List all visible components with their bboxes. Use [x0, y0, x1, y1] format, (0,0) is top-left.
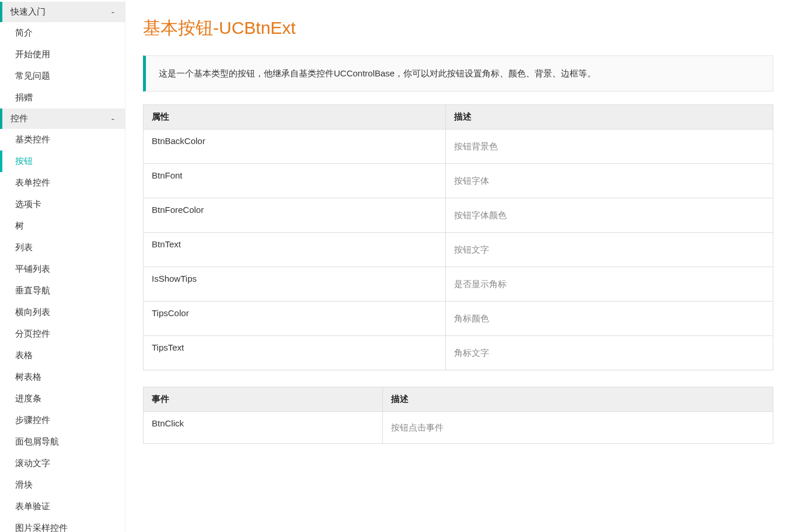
table-header-prop: 属性	[144, 105, 446, 130]
collapse-icon: -	[111, 114, 114, 124]
sidebar-item-button[interactable]: 按钮	[0, 150, 125, 172]
sidebar-item-imagesample[interactable]: 图片采样控件	[0, 517, 125, 532]
sidebar-group-label: 控件	[11, 113, 28, 124]
table-row: TipsText角标文字	[144, 336, 773, 370]
prop-name: TipsColor	[144, 302, 446, 336]
table-row: BtnText按钮文字	[144, 233, 773, 267]
events-table: 事件 描述 BtnClick按钮点击事件	[143, 387, 773, 444]
sidebar-item-steps[interactable]: 步骤控件	[0, 410, 125, 431]
event-desc: 按钮点击事件	[383, 412, 773, 444]
sidebar-item-vnav[interactable]: 垂直导航	[0, 280, 125, 302]
table-header-event: 事件	[144, 387, 383, 412]
prop-desc: 按钮文字	[445, 233, 773, 267]
sidebar-item-intro[interactable]: 简介	[0, 22, 125, 44]
sidebar-group-controls[interactable]: 控件 -	[0, 108, 125, 129]
sidebar-item-hlist[interactable]: 横向列表	[0, 302, 125, 323]
sidebar-item-faq[interactable]: 常见问题	[0, 65, 125, 87]
prop-name: BtnFont	[144, 164, 446, 198]
prop-name: IsShowTips	[144, 267, 446, 302]
prop-name: BtnForeColor	[144, 198, 446, 233]
table-header-desc: 描述	[445, 105, 773, 130]
page-title: 基本按钮-UCBtnExt	[143, 16, 773, 40]
properties-table: 属性 描述 BtnBackColor按钮背景色BtnFont按钮字体BtnFor…	[143, 104, 773, 370]
sidebar-item-table[interactable]: 表格	[0, 345, 125, 366]
sidebar-item-form[interactable]: 表单控件	[0, 172, 125, 194]
note-block: 这是一个基本类型的按钮，他继承自基类控件UCControlBase，你可以对此按…	[143, 55, 773, 92]
collapse-icon: -	[111, 7, 114, 18]
sidebar-item-breadcrumb[interactable]: 面包屑导航	[0, 431, 125, 453]
prop-name: BtnBackColor	[144, 130, 446, 164]
sidebar-item-pager[interactable]: 分页控件	[0, 323, 125, 345]
sidebar-item-tree[interactable]: 树	[0, 215, 125, 237]
sidebar-item-slider[interactable]: 滑块	[0, 474, 125, 496]
sidebar-item-formvalid[interactable]: 表单验证	[0, 496, 125, 517]
table-row: BtnFont按钮字体	[144, 164, 773, 198]
sidebar-item-tilelist[interactable]: 平铺列表	[0, 258, 125, 280]
sidebar-item-donate[interactable]: 捐赠	[0, 87, 125, 108]
prop-desc: 角标颜色	[445, 302, 773, 336]
table-header-desc: 描述	[383, 387, 773, 412]
main-content: 基本按钮-UCBtnExt 这是一个基本类型的按钮，他继承自基类控件UCCont…	[125, 0, 791, 532]
sidebar-item-treetable[interactable]: 树表格	[0, 366, 125, 388]
prop-desc: 按钮字体颜色	[445, 198, 773, 233]
sidebar-item-baseclass[interactable]: 基类控件	[0, 129, 125, 150]
sidebar-item-getstarted[interactable]: 开始使用	[0, 44, 125, 65]
sidebar-item-marquee[interactable]: 滚动文字	[0, 453, 125, 474]
prop-name: BtnText	[144, 233, 446, 267]
sidebar: 快速入门 - 简介 开始使用 常见问题 捐赠 控件 - 基类控件 按钮 表单控件…	[0, 0, 125, 532]
sidebar-item-tabs[interactable]: 选项卡	[0, 194, 125, 215]
sidebar-item-progress[interactable]: 进度条	[0, 388, 125, 410]
table-row: BtnForeColor按钮字体颜色	[144, 198, 773, 233]
table-row: TipsColor角标颜色	[144, 302, 773, 336]
prop-desc: 按钮背景色	[445, 130, 773, 164]
sidebar-group-label: 快速入门	[11, 6, 46, 18]
event-name: BtnClick	[144, 412, 383, 444]
table-row: BtnBackColor按钮背景色	[144, 130, 773, 164]
prop-desc: 按钮字体	[445, 164, 773, 198]
note-text: 这是一个基本类型的按钮，他继承自基类控件UCControlBase，你可以对此按…	[159, 68, 596, 78]
table-row: BtnClick按钮点击事件	[144, 412, 773, 444]
prop-desc: 是否显示角标	[445, 267, 773, 302]
prop-desc: 角标文字	[445, 336, 773, 370]
prop-name: TipsText	[144, 336, 446, 370]
table-row: IsShowTips是否显示角标	[144, 267, 773, 302]
sidebar-group-quickstart[interactable]: 快速入门 -	[0, 2, 125, 22]
sidebar-item-list[interactable]: 列表	[0, 237, 125, 258]
